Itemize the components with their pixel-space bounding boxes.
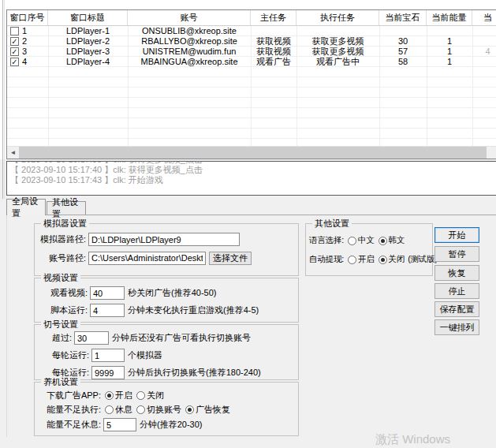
stop-button[interactable]: 停止 (434, 283, 479, 299)
radio-low-switch[interactable] (136, 405, 145, 414)
group-title: 切号设置 (41, 319, 80, 330)
col-header-gems[interactable]: 当前宝石 (379, 10, 427, 25)
emulator-table: 窗口序号 窗口标题 账号 主任务 执行任务 当前宝石 当前能量 当 1 LDPl… (6, 9, 496, 159)
table-row[interactable]: ✓ 3 LDPlayer-3 UNISTREM@wudim.fun 获取视频 获… (7, 47, 496, 57)
group-emulator-settings: 模拟器设置 模拟器路径: 账号路径: 选择文件 (34, 223, 299, 276)
cell-extra (472, 57, 496, 67)
radio-label: 中文 (358, 235, 375, 246)
cell-energy: 1 (427, 57, 472, 67)
radio-withdraw-on[interactable] (348, 256, 356, 264)
round-minutes-input[interactable] (91, 366, 125, 379)
row-checkbox[interactable]: ✓ (10, 37, 19, 46)
row-checkbox[interactable]: ✓ (10, 47, 19, 56)
cell-account: RBALLYBO@xkreop.site (128, 36, 251, 47)
group-title: 视频设置 (41, 273, 80, 283)
cell-account: ONSUBLIB@xkreop.site (128, 26, 251, 36)
table-row[interactable]: ✓ 4 LDPlayer-4 MBAINGUA@xkreop.site 观看广告… (7, 57, 496, 67)
check-icon: ✓ (11, 38, 17, 46)
round-emulators-hint: 个模拟器 (128, 349, 162, 361)
script-run-label: 脚本运行: (44, 304, 88, 316)
resume-button[interactable]: 恢复 (434, 265, 479, 281)
low-energy-rest-label: 能量不足休息: (44, 419, 101, 431)
scrollbar-thumb[interactable] (19, 147, 487, 159)
cell-energy (427, 26, 472, 36)
row-checkbox[interactable] (10, 27, 19, 35)
arrange-button[interactable]: 一键排列 (434, 319, 479, 335)
cell-account: MBAINGUA@xkreop.site (128, 57, 251, 67)
log-line: 【 2023-09-10 15:17:43 】clk: 开始游戏 (10, 175, 496, 185)
save-config-button[interactable]: 保存配置 (434, 301, 479, 317)
col-header-window-title[interactable]: 窗口标题 (48, 10, 128, 25)
cell-account: UNISTREM@wudim.fun (128, 47, 251, 57)
cell-window-title: LDPlayer-1 (48, 26, 128, 36)
radio-label: 开启 (115, 390, 132, 401)
account-path-label: 账号路径: (37, 252, 86, 264)
tab-panel-border (6, 215, 496, 215)
cell-extra (472, 36, 496, 47)
watch-video-input[interactable] (90, 286, 125, 300)
row-index: 1 (22, 26, 27, 36)
emulator-path-input[interactable] (88, 233, 240, 246)
pause-button[interactable]: 暂停 (434, 246, 479, 262)
cell-gems: 57 (379, 47, 427, 57)
row-checkbox[interactable]: ✓ (10, 58, 19, 66)
radio-language-chinese[interactable] (348, 237, 356, 245)
radio-download-on[interactable] (105, 391, 114, 400)
radio-label: 休息 (115, 404, 132, 416)
window-left-edge (2, 0, 3, 199)
tab-global-settings[interactable]: 全局设置 (6, 199, 46, 215)
radio-language-korean[interactable] (379, 237, 387, 245)
language-label: 语言选择: (309, 235, 344, 246)
radio-withdraw-off[interactable] (379, 256, 387, 264)
table-header: 窗口序号 窗口标题 账号 主任务 执行任务 当前宝石 当前能量 当 (7, 10, 496, 26)
tab-panel-left-border (6, 215, 7, 437)
col-header-clipped[interactable]: 当 (472, 10, 496, 25)
log-output[interactable]: 【 2023-09-10 15:17:38 】clk: 获得更多视频_点击 【 … (6, 161, 496, 196)
group-title: 养机设置 (41, 377, 80, 387)
cell-gems: 30 (379, 36, 427, 47)
col-header-energy[interactable]: 当前能量 (427, 10, 472, 25)
round-emulators-label: 每轮运行: (44, 349, 89, 361)
radio-label: 切换账号 (147, 404, 181, 416)
col-header-main-task[interactable]: 主任务 (251, 10, 296, 25)
low-energy-action-label: 能量不足执行: (44, 404, 101, 416)
radio-label: 韩文 (389, 235, 405, 246)
table-row[interactable]: ✓ 2 LDPlayer-2 RBALLYBO@xkreop.site 获取视频… (7, 36, 496, 47)
beta-note: (测试版) (408, 254, 438, 265)
cell-exec-task: 观看广告中 (296, 57, 379, 67)
table-row[interactable]: 1 LDPlayer-1 ONSUBLIB@xkreop.site (7, 26, 496, 36)
radio-label: 广告恢复 (196, 404, 230, 416)
radio-label: 关闭 (389, 254, 405, 265)
row-select-cell: ✓ 3 (7, 47, 48, 57)
row-select-cell: 1 (7, 26, 48, 36)
radio-low-rest[interactable] (105, 405, 114, 414)
cell-gems (379, 26, 427, 36)
download-ad-app-label: 下载广告APP: (44, 390, 101, 401)
group-other-settings: 其他设置 语言选择: 中文 韩文 自动提现: 开启 关闭 (测试版) (305, 223, 433, 276)
col-header-window-index[interactable]: 窗口序号 (7, 10, 48, 25)
tab-other-settings[interactable]: 其他设置 (47, 201, 86, 215)
watch-video-hint: 秒关闭广告(推荐40-50) (128, 287, 216, 299)
cell-energy: 1 (427, 36, 472, 47)
radio-download-off[interactable] (136, 391, 145, 400)
low-energy-rest-input[interactable] (103, 418, 136, 431)
row-select-cell: ✓ 4 (7, 57, 48, 67)
cell-main-task (251, 26, 296, 36)
check-icon: ✓ (11, 48, 17, 56)
start-button[interactable]: 开始 (434, 227, 479, 243)
account-path-input[interactable] (88, 252, 206, 265)
timeout-label: 超过: (44, 332, 72, 344)
timeout-input[interactable] (74, 331, 109, 345)
row-index: 2 (22, 36, 27, 47)
group-title: 模拟器设置 (41, 218, 89, 229)
script-run-input[interactable] (90, 304, 125, 317)
horizontal-scrollbar[interactable]: ◄ (7, 146, 496, 159)
col-header-account[interactable]: 账号 (128, 10, 251, 25)
round-emulators-input[interactable] (91, 349, 125, 362)
col-header-exec-task[interactable]: 执行任务 (296, 10, 379, 25)
radio-low-ad-recover[interactable] (185, 405, 194, 414)
scroll-left-icon[interactable]: ◄ (7, 147, 19, 159)
cell-window-title: LDPlayer-2 (48, 36, 128, 47)
auto-withdraw-label: 自动提现: (309, 254, 344, 265)
choose-file-button[interactable]: 选择文件 (209, 252, 252, 265)
